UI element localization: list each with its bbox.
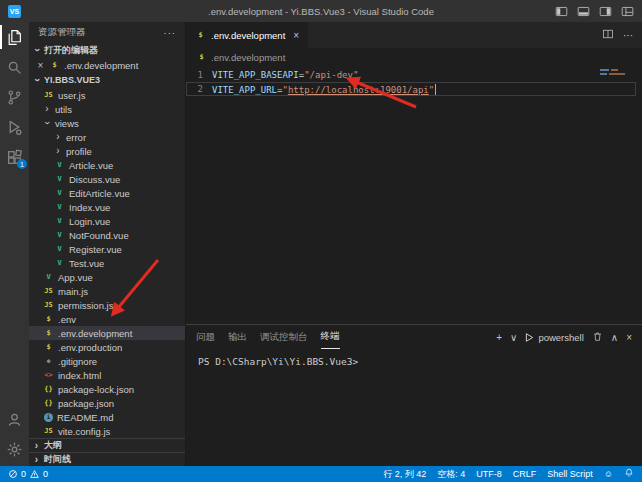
tree-item-Register.vue[interactable]: VRegister.vue xyxy=(29,242,185,256)
activity-extensions[interactable]: 1 xyxy=(0,142,29,172)
panel-tab-终端[interactable]: 终端 xyxy=(321,325,340,349)
tree-item-NotFound.vue[interactable]: VNotFound.vue xyxy=(29,228,185,242)
tree-item-Test.vue[interactable]: VTest.vue xyxy=(29,256,185,270)
tree-item-.gitignore[interactable]: ◆.gitignore xyxy=(29,354,185,368)
cursor-position[interactable]: 行 2, 列 42 xyxy=(383,468,426,481)
eol-status[interactable]: CRLF xyxy=(513,469,537,479)
account-button[interactable] xyxy=(0,404,29,434)
tree-item-App.vue[interactable]: VApp.vue xyxy=(29,270,185,284)
panel-tab-调试控制台[interactable]: 调试控制台 xyxy=(260,325,308,349)
tree-item-Discuss.vue[interactable]: VDiscuss.vue xyxy=(29,172,185,186)
breadcrumb[interactable]: $ .env.development xyxy=(186,48,642,66)
tree-item-.env[interactable]: $.env xyxy=(29,312,185,326)
timeline-section-header[interactable]: › 时间线 xyxy=(29,452,185,466)
file-name: Login.vue xyxy=(69,216,110,227)
panel-tab-输出[interactable]: 输出 xyxy=(228,325,247,349)
file-name: package-lock.json xyxy=(58,384,134,395)
tree-item-profile[interactable]: ›profile xyxy=(29,144,185,158)
shell-selector[interactable]: powershell xyxy=(525,332,583,343)
activity-search[interactable] xyxy=(0,52,29,82)
tree-item-user.js[interactable]: JSuser.js xyxy=(29,88,185,102)
tree-item-vite.config.js[interactable]: JSvite.config.js xyxy=(29,424,185,438)
tree-item-package-lock.json[interactable]: {}package-lock.json xyxy=(29,382,185,396)
gear-icon xyxy=(6,441,23,458)
tree-item-error[interactable]: ›error xyxy=(29,130,185,144)
file-name: package.json xyxy=(58,398,114,409)
window-title: .env.development - Yi.BBS.Vue3 - Visual … xyxy=(0,6,642,17)
close-panel-icon[interactable]: × xyxy=(626,332,632,343)
more-actions-icon[interactable]: ··· xyxy=(623,30,633,41)
tree-item-permission.js[interactable]: JSpermission.js xyxy=(29,298,185,312)
code-line-1[interactable]: 1VITE_APP_BASEAPI="/api-dev" xyxy=(186,68,642,82)
activity-source-control[interactable] xyxy=(0,82,29,112)
layout-controls xyxy=(555,5,634,18)
panel-header: 问题输出调试控制台终端 + ∨ powershell ∧ × xyxy=(186,325,642,349)
file-name: .env.production xyxy=(58,342,122,353)
tree-item-index.html[interactable]: <>index.html xyxy=(29,368,185,382)
panel-tab-问题[interactable]: 问题 xyxy=(196,325,215,349)
code-editor[interactable]: 1VITE_APP_BASEAPI="/api-dev"2VITE_APP_UR… xyxy=(186,66,642,324)
tree-item-main.js[interactable]: JSmain.js xyxy=(29,284,185,298)
problems-status[interactable]: 0 0 xyxy=(8,469,48,479)
toggle-sidebar-icon[interactable] xyxy=(555,5,568,18)
tab-env-development[interactable]: $ .env.development × xyxy=(186,22,309,48)
tree-item-.env.development[interactable]: $.env.development xyxy=(29,326,185,340)
tree-item-README.md[interactable]: iREADME.md xyxy=(29,410,185,424)
chevron-right-icon: › xyxy=(54,132,62,142)
minimap[interactable] xyxy=(600,69,630,77)
chevron-down-icon: › xyxy=(32,46,42,55)
feedback-smiley-icon[interactable]: ☺ xyxy=(604,469,613,479)
tree-item-Index.vue[interactable]: VIndex.vue xyxy=(29,200,185,214)
encoding-status[interactable]: UTF-8 xyxy=(476,469,502,479)
kill-terminal-icon[interactable] xyxy=(592,331,603,344)
open-editor-label: .env.development xyxy=(64,60,138,71)
code-line-2[interactable]: 2VITE_APP_URL="http://localhost:19001/ap… xyxy=(186,82,642,96)
close-icon[interactable]: × xyxy=(36,60,45,71)
open-editors-header[interactable]: › 打开的编辑器 xyxy=(29,42,185,58)
file-name: README.md xyxy=(57,412,113,423)
indentation-status[interactable]: 空格: 4 xyxy=(437,468,465,481)
settings-button[interactable] xyxy=(0,434,29,464)
maximize-panel-icon[interactable]: ∧ xyxy=(611,332,618,343)
notifications-bell-icon[interactable] xyxy=(624,468,634,480)
split-editor-icon[interactable] xyxy=(602,28,614,42)
tree-item-package.json[interactable]: {}package.json xyxy=(29,396,185,410)
close-tab-icon[interactable]: × xyxy=(293,30,299,41)
error-icon xyxy=(8,469,18,479)
open-editors-label: 打开的编辑器 xyxy=(44,44,98,57)
open-editor-item[interactable]: × $ .env.development xyxy=(29,58,185,72)
tree-item-utils[interactable]: ›utils xyxy=(29,102,185,116)
terminal-output[interactable]: PS D:\CSharp\Yi\Yi.BBS.Vue3> xyxy=(186,349,642,466)
tree-item-EditArticle.vue[interactable]: VEditArticle.vue xyxy=(29,186,185,200)
env-file-icon: $ xyxy=(43,344,54,351)
outline-section-header[interactable]: › 大纲 xyxy=(29,438,185,452)
vue-file-icon: V xyxy=(43,274,54,281)
vscode-logo-icon[interactable]: VS xyxy=(8,5,21,18)
sidebar-bottom-sections: › 大纲 › 时间线 xyxy=(29,438,185,466)
tree-item-.env.production[interactable]: $.env.production xyxy=(29,340,185,354)
new-terminal-icon[interactable]: + xyxy=(496,332,502,343)
tree-item-Login.vue[interactable]: VLogin.vue xyxy=(29,214,185,228)
env-file-icon: $ xyxy=(195,32,206,39)
editor-actions: ··· xyxy=(602,22,642,48)
language-mode[interactable]: Shell Script xyxy=(547,469,593,479)
text-cursor xyxy=(435,84,436,95)
js-file-icon: JS xyxy=(43,288,54,295)
more-actions-icon[interactable]: ··· xyxy=(164,27,177,38)
warning-count: 0 xyxy=(43,469,48,479)
activity-explorer[interactable] xyxy=(0,22,29,52)
tree-item-views[interactable]: ›views xyxy=(29,116,185,130)
tree-item-Article.vue[interactable]: VArticle.vue xyxy=(29,158,185,172)
project-header[interactable]: › YI.BBS.VUE3 xyxy=(29,72,185,88)
file-name: EditArticle.vue xyxy=(69,188,130,199)
tab-bar: $ .env.development × ··· xyxy=(186,22,642,48)
toggle-panel-icon[interactable] xyxy=(577,5,590,18)
customize-layout-icon[interactable] xyxy=(621,5,634,18)
chevron-down-icon[interactable]: ∨ xyxy=(510,332,517,343)
file-name: utils xyxy=(55,104,72,115)
file-tree: JSuser.js›utils›views›error›profileVArti… xyxy=(29,88,185,438)
activity-bar: 1 xyxy=(0,22,29,466)
code-lines: 1VITE_APP_BASEAPI="/api-dev"2VITE_APP_UR… xyxy=(186,68,642,96)
toggle-secondary-sidebar-icon[interactable] xyxy=(599,5,612,18)
activity-run-debug[interactable] xyxy=(0,112,29,142)
